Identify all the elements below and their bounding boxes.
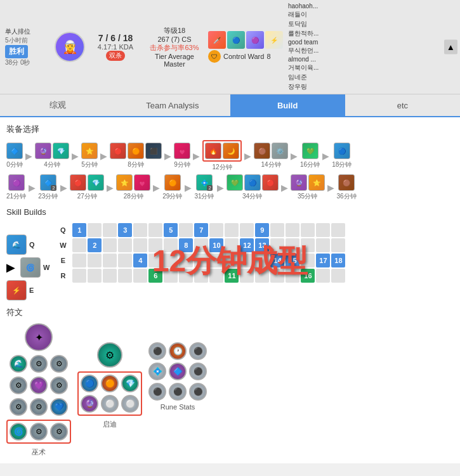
kda-ratio: 4.17:1 KDA bbox=[98, 43, 133, 51]
rune-sm-3: ⚙ bbox=[50, 355, 68, 373]
secondary-row-2: 🔮 ⚪ ⚪ bbox=[81, 395, 139, 413]
cell-q-13: 9 bbox=[255, 223, 269, 237]
cell-e-1 bbox=[72, 254, 86, 267]
rune-sm-4: ⚙ bbox=[10, 376, 27, 394]
cell-q-7: 5 bbox=[164, 223, 178, 237]
arrow-icon: ▶ bbox=[327, 183, 334, 193]
sec-rune-1: 🔵 bbox=[81, 375, 98, 392]
grid-row-w: W 2 8 10 12 13 bbox=[57, 238, 345, 252]
item-box: ⭐ bbox=[308, 174, 325, 191]
rune-row-3: ⚙ ⚙ 💙 bbox=[10, 398, 68, 416]
stat-4: 💠 bbox=[148, 363, 166, 380]
main-content: 装备选择 🔷 0分钟 ▶ 🔮 💎 4分钟 ▶ ⭐ 5分钟 ▶ bbox=[0, 117, 460, 463]
item-box: 💎 bbox=[53, 143, 69, 159]
overlay-section: 🌊 Q ▶ 🌀 W ⚡ E Q 1 bbox=[6, 222, 454, 300]
cell-w-14 bbox=[270, 238, 284, 252]
cell-q-8 bbox=[179, 223, 193, 237]
sec-rune-6: ⚪ bbox=[121, 395, 139, 413]
item-box: ⭐ bbox=[116, 174, 133, 191]
cell-q-12 bbox=[240, 223, 254, 237]
main-rune-icon: ✦ bbox=[25, 323, 53, 351]
rune-stats: ⚫ 🕐 ⚫ 💠 🔷 ⚫ ⚫ ⚫ ⚫ Rune Stats bbox=[148, 342, 207, 411]
secondary-row-1: 🔵 🟠 💎 bbox=[81, 375, 139, 392]
rune-stat-row-3: ⚫ ⚫ ⚫ bbox=[148, 383, 207, 401]
grid-row-r: R 6 11 bbox=[57, 269, 345, 283]
secondary-rune-label: 启迪 bbox=[103, 420, 117, 429]
player-3: 토닥임 bbox=[288, 20, 358, 29]
skill-e-row: ⚡ E bbox=[6, 280, 49, 300]
cell-q-9: 7 bbox=[194, 223, 208, 237]
cell-e-18: 18 bbox=[331, 254, 345, 267]
main-rune-path: ✦ 🌊 ⚙ ⚙ ⚙ 💜 ⚙ ⚙ ⚙ 💙 bbox=[6, 323, 71, 457]
stat-8: ⚫ bbox=[169, 383, 187, 401]
player-8: 거북이육... bbox=[288, 63, 358, 72]
arrow-icon: ▶ bbox=[153, 183, 160, 193]
cell-q-11 bbox=[225, 223, 239, 237]
arrow-icon: ▶ bbox=[60, 183, 67, 193]
arrow-icon: ▶ bbox=[29, 183, 36, 193]
item-box: 🔥 bbox=[205, 143, 221, 159]
tab-etc[interactable]: etc bbox=[345, 94, 460, 116]
arrow-icon: ▶ bbox=[72, 151, 79, 161]
equip-14min: 🟤 ⚙️ 14分钟 bbox=[254, 143, 288, 169]
cell-q-17 bbox=[316, 223, 330, 237]
skill-builds-title: Skill Builds bbox=[6, 207, 454, 217]
player-9: 임네준 bbox=[288, 73, 358, 82]
cell-r-10 bbox=[209, 269, 223, 283]
arrow-icon: ▶ bbox=[244, 151, 251, 161]
item-box: 🟠 bbox=[164, 174, 181, 191]
control-ward-count: 8 bbox=[266, 53, 270, 60]
equip-36min: 🟤 36分钟 bbox=[337, 174, 357, 201]
rank-label: 单人排位 bbox=[5, 27, 30, 36]
rune-row-1: 🌊 ⚙ ⚙ bbox=[10, 355, 68, 373]
player-5: good team bbox=[288, 39, 358, 46]
cell-e-5: 4 bbox=[133, 254, 147, 267]
cell-r-15 bbox=[286, 269, 299, 283]
cell-r-8 bbox=[179, 269, 193, 283]
sec-rune-3: 💎 bbox=[121, 375, 139, 392]
equip-18min: 🔵 18分钟 bbox=[332, 143, 352, 169]
cell-r-9 bbox=[194, 269, 208, 283]
stat-5: 🔷 bbox=[169, 363, 187, 380]
champ-thumb-4: ⚡ bbox=[265, 31, 283, 49]
cell-w-18 bbox=[331, 238, 345, 252]
tab-team-analysis[interactable]: Team Analysis bbox=[115, 94, 230, 116]
control-ward-label: Control Ward bbox=[223, 53, 264, 60]
arrow-icon: ▶ bbox=[164, 151, 171, 161]
arrow-icon: ▶ bbox=[25, 151, 32, 161]
cell-e-10 bbox=[209, 254, 223, 267]
arrow-skill: ▶ bbox=[6, 261, 15, 274]
cell-r-3 bbox=[103, 269, 117, 283]
row-label-q: Q bbox=[57, 223, 71, 237]
scroll-up-button[interactable]: ▲ bbox=[444, 40, 457, 55]
cell-q-3 bbox=[103, 223, 117, 237]
cell-r-1 bbox=[72, 269, 86, 283]
tab-build[interactable]: Build bbox=[230, 94, 345, 116]
item-box: 💗 bbox=[174, 143, 190, 159]
arrow-icon: ▶ bbox=[291, 151, 298, 161]
tab-overview[interactable]: 综观 bbox=[0, 94, 115, 116]
item-box: 🔮 bbox=[291, 174, 307, 191]
cell-w-12: 12 bbox=[240, 238, 254, 252]
cell-e-9 bbox=[194, 254, 208, 267]
cs-stat: 267 (7) CS bbox=[157, 35, 191, 43]
cell-r-18 bbox=[331, 269, 345, 283]
cell-e-4 bbox=[118, 254, 132, 267]
rune-sm-1: 🌊 bbox=[10, 355, 27, 373]
cell-q-1: 1 bbox=[72, 223, 86, 237]
item-box: ⬛ bbox=[145, 143, 162, 159]
cell-q-6 bbox=[148, 223, 162, 237]
item-box: 🔴 bbox=[110, 143, 126, 159]
champ-thumb-1: 🗡️ bbox=[208, 31, 226, 49]
stat-1: ⚫ bbox=[148, 342, 166, 360]
cell-e-7 bbox=[164, 254, 178, 267]
match-header: 单人排位 5小时前 胜利 38分 0秒 🧝 7 / 6 / 18 4.17:1 … bbox=[0, 0, 460, 94]
cell-q-10 bbox=[209, 223, 223, 237]
skill-w-label: W bbox=[43, 264, 49, 271]
equip-12min: 🔥 🌙 12分钟 bbox=[202, 140, 242, 172]
cell-r-12 bbox=[240, 269, 254, 283]
secondary-selected-box: 🔵 🟠 💎 🔮 ⚪ ⚪ bbox=[77, 371, 142, 416]
item-box: 💎 bbox=[88, 174, 104, 191]
cell-e-16 bbox=[301, 254, 315, 267]
item-box: 🔷 bbox=[6, 143, 23, 159]
